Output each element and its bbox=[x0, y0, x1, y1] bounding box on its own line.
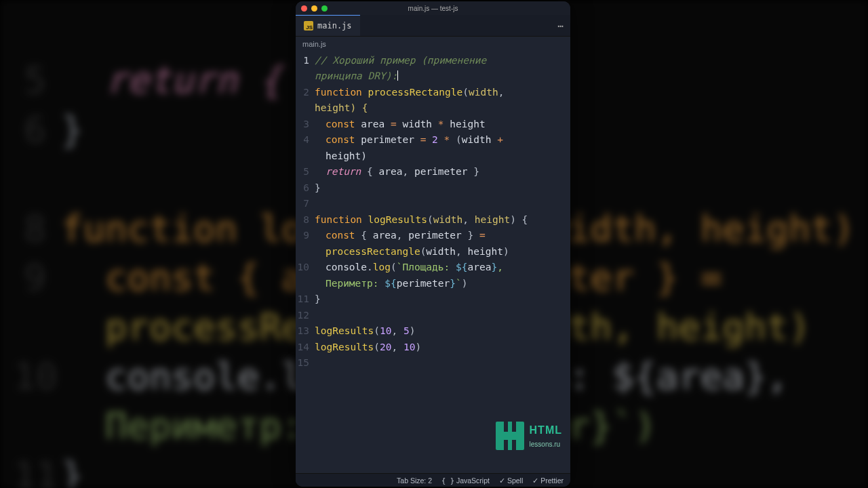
watermark-logo: HTML lessons.ru bbox=[496, 422, 562, 450]
tab-bar: JS main.js ⋯ bbox=[296, 15, 570, 37]
status-tabsize[interactable]: Tab Size: 2 bbox=[397, 476, 432, 485]
window-title: main.js — test-js bbox=[296, 5, 570, 12]
window-titlebar[interactable]: main.js — test-js bbox=[296, 1, 570, 15]
text-cursor bbox=[397, 70, 398, 81]
logo-h-icon bbox=[496, 422, 524, 450]
code-editor[interactable]: 1// Хороший пример (применение принципа … bbox=[296, 52, 570, 473]
status-language[interactable]: { } JavaScript bbox=[441, 476, 490, 485]
tab-main-js[interactable]: JS main.js bbox=[296, 15, 360, 36]
editor-window: main.js — test-js JS main.js ⋯ main.js 1… bbox=[296, 1, 570, 487]
tab-overflow-icon[interactable]: ⋯ bbox=[558, 15, 565, 36]
status-bar: Tab Size: 2 { } JavaScript Spell Prettie… bbox=[296, 473, 570, 487]
js-file-icon: JS bbox=[304, 21, 313, 30]
status-spell[interactable]: Spell bbox=[499, 476, 523, 485]
breadcrumb[interactable]: main.js bbox=[296, 37, 570, 52]
status-prettier[interactable]: Prettier bbox=[532, 476, 564, 485]
tab-label: main.js bbox=[317, 21, 352, 30]
